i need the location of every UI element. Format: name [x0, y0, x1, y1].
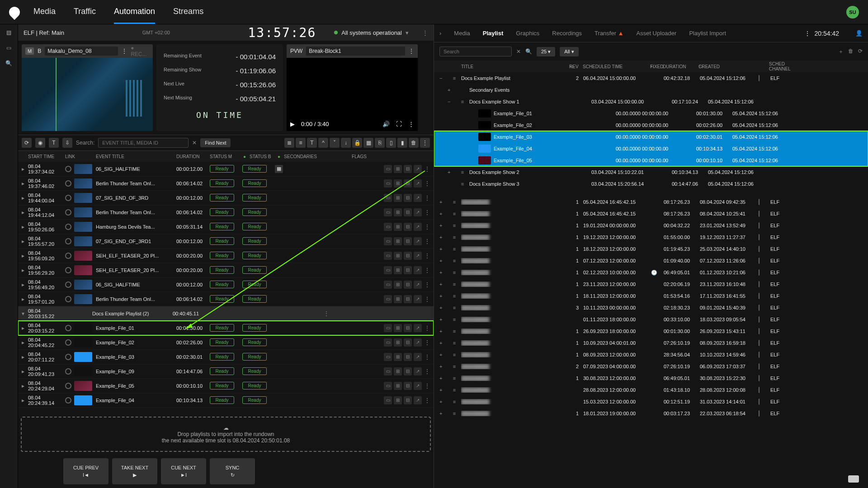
flag-icon[interactable]: ▭ — [384, 396, 392, 404]
fullscreen-icon[interactable]: ⛶ — [396, 121, 402, 127]
expand-icon[interactable]: ▸ — [22, 296, 28, 302]
nav-tab-automation[interactable]: Automation — [114, 0, 155, 24]
row-action-icon[interactable]: ⊟ — [404, 338, 412, 347]
rundown-row[interactable]: ▾08.04 20:03:15.22Docs Example Playlist … — [18, 306, 434, 321]
flag-icon[interactable]: ▭ — [384, 367, 392, 375]
row-action-icon[interactable]: ⊞ — [394, 252, 402, 260]
playlist-row[interactable]: +≡████████118.01.2023 19:00:00.0000:03:1… — [434, 408, 868, 419]
row-action-icon[interactable]: ⊟ — [404, 324, 412, 332]
playlist-row[interactable]: +≡████████01.11.2023 18:00:00.0000:33:10… — [434, 314, 868, 325]
tb-icon[interactable]: T — [307, 138, 317, 148]
row-action-icon[interactable]: ⊞ — [394, 324, 402, 332]
playlist-row[interactable]: +≡████████102.12.2023 10:00:00.00🕐06:49:… — [434, 267, 868, 278]
playlist-row[interactable]: +≡████████15.03.2023 12:00:00.0000:12:51… — [434, 396, 868, 408]
expand-icon[interactable]: + — [439, 340, 448, 346]
flag-icon[interactable]: ▭ — [384, 194, 392, 202]
playlist-row[interactable]: +≡████████207.09.2023 04:00:00.0007:26:1… — [434, 361, 868, 372]
more-icon[interactable]: ⋮ — [408, 121, 414, 127]
rundown-row[interactable]: ▸08.04 19:50:26.06Hamburg Sea Devils Tea… — [18, 220, 434, 234]
playlist-row[interactable]: +≡████████118.12.2023 12:00:00.0001:19:4… — [434, 243, 868, 255]
cue-next-button[interactable]: CUE NEXT►I — [161, 458, 206, 484]
clear-icon[interactable]: ✕ — [192, 140, 197, 146]
checkbox[interactable] — [759, 399, 760, 405]
playlist-row[interactable]: +≡Docs Example Show 203.04.2024 15:10:22… — [434, 166, 868, 178]
checkbox[interactable] — [759, 363, 760, 370]
take-next-button[interactable]: TAKE NEXT▶ — [112, 458, 157, 484]
pvw-video[interactable]: ▶ 0:00 / 3:40 🔊 ⛶ ⋮ — [287, 58, 418, 131]
refresh-icon[interactable]: ⟳ — [22, 138, 32, 148]
playlist-search-input[interactable] — [439, 47, 512, 56]
expand-icon[interactable]: + — [439, 305, 448, 310]
expand-icon[interactable]: ▸ — [22, 195, 28, 201]
checkbox[interactable] — [759, 340, 760, 346]
expand-icon[interactable]: ▸ — [22, 238, 28, 244]
row-action-icon[interactable]: ↗ — [414, 252, 422, 260]
row-action-icon[interactable]: ⊟ — [404, 281, 412, 289]
playlist-row[interactable]: +≡████████119.01.2024 00:00:00.0000:04:3… — [434, 220, 868, 231]
row-action-icon[interactable]: ↗ — [414, 382, 422, 390]
row-action-icon[interactable]: ↗ — [414, 396, 422, 404]
flag-icon[interactable]: ▭ — [384, 338, 392, 347]
chevron-right-icon[interactable]: › — [439, 30, 441, 37]
row-action-icon[interactable]: ↗ — [414, 194, 422, 202]
rundown-row[interactable]: ▸08.04 19:37:34.0206_SIG_HALFTIME00:00:1… — [18, 162, 434, 176]
search-icon[interactable]: 🔍 — [5, 59, 14, 68]
row-action-icon[interactable]: ⊞ — [394, 295, 402, 303]
expand-icon[interactable]: + — [448, 87, 456, 93]
tb-icon[interactable]: ≡ — [296, 138, 306, 148]
row-action-icon[interactable]: ↗ — [414, 367, 422, 375]
row-action-icon[interactable]: ⊞ — [394, 179, 402, 188]
row-action-icon[interactable]: ↗ — [414, 338, 422, 347]
expand-icon[interactable]: ▸ — [22, 209, 28, 216]
tb-icon[interactable]: ▮ — [397, 138, 407, 148]
pvw-name-input[interactable] — [306, 47, 405, 56]
more-icon[interactable]: ⋮ — [425, 253, 430, 259]
expand-icon[interactable]: + — [439, 364, 448, 369]
right-tab-media[interactable]: Media — [454, 30, 470, 37]
row-action-icon[interactable]: ⊟ — [404, 353, 412, 361]
checkbox[interactable] — [759, 410, 760, 417]
more-icon[interactable]: ⋮ — [324, 310, 329, 317]
expand-icon[interactable]: + — [439, 235, 448, 240]
row-action-icon[interactable]: ↗ — [414, 237, 422, 245]
more-icon[interactable]: ⋮ — [425, 339, 430, 346]
checkbox[interactable] — [759, 269, 760, 276]
row-action-icon[interactable]: ↗ — [414, 281, 422, 289]
flag-icon[interactable]: ▭ — [384, 382, 392, 390]
checkbox[interactable] — [759, 258, 760, 264]
playlist-row[interactable]: +≡████████118.11.2023 12:00:00.0001:53:5… — [434, 290, 868, 302]
playlist-row[interactable]: +≡████████110.09.2023 04:00:01.0007:26:1… — [434, 337, 868, 349]
playlist-row[interactable]: +≡████████107.12.2023 12:00:00.0001:09:4… — [434, 255, 868, 267]
tb-icon[interactable]: ⎘ — [375, 138, 385, 148]
right-tab-recordings[interactable]: Recordings — [552, 30, 582, 37]
expand-icon[interactable]: − — [439, 75, 448, 81]
rundown-row[interactable]: ▸08.04 19:56:09.20SEH_ELF_TEASER_20 Pl..… — [18, 249, 434, 263]
playlist-row[interactable]: +≡████████28.08.2023 12:00:00.0001:43:18… — [434, 384, 868, 396]
checkbox[interactable] — [759, 75, 760, 81]
tb-delete-icon[interactable]: 🗑 — [409, 138, 419, 148]
row-action-icon[interactable]: ↗ — [414, 208, 422, 216]
more-icon[interactable]: ⋮ — [409, 48, 414, 54]
expand-icon[interactable]: + — [439, 399, 448, 404]
more-icon[interactable]: ⋮ — [425, 397, 430, 404]
flag-icon[interactable]: ▭ — [384, 208, 392, 216]
nav-tab-streams[interactable]: Streams — [173, 0, 203, 24]
expand-icon[interactable]: + — [439, 411, 448, 416]
rundown-row[interactable]: ▸08.04 20:07:11.22Example_File_0300:02:3… — [18, 350, 434, 364]
checkbox[interactable] — [759, 305, 760, 311]
checkbox[interactable] — [759, 199, 760, 205]
flag-icon[interactable]: ▭ — [384, 237, 392, 245]
expand-icon[interactable]: + — [439, 211, 448, 216]
checkbox[interactable] — [759, 293, 760, 299]
expand-icon[interactable]: + — [439, 223, 448, 228]
checkbox[interactable] — [759, 211, 760, 217]
keyboard-icon[interactable] — [848, 475, 859, 483]
more-icon[interactable]: ⋮ — [425, 325, 430, 331]
playlist-row[interactable]: +≡████████130.08.2023 12:00:00.0006:49:0… — [434, 372, 868, 384]
playlist-row[interactable]: Example_File_0300.00.0000 00:00:00.0000:… — [434, 131, 868, 143]
rundown-row[interactable]: ▸08.04 19:44:12.04Berlin Thunder Team On… — [18, 205, 434, 220]
row-action-icon[interactable]: ↗ — [414, 353, 422, 361]
expand-icon[interactable]: + — [439, 387, 448, 393]
tb-icon[interactable]: ˅ — [330, 138, 340, 148]
monitor-icon[interactable]: ▭ — [5, 43, 14, 52]
